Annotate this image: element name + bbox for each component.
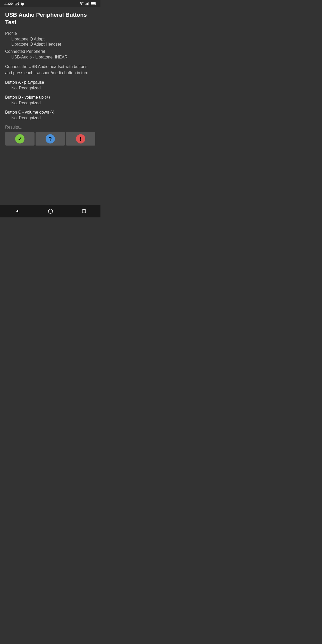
recents-icon — [82, 209, 86, 213]
back-icon — [14, 209, 19, 214]
pass-checkmark: ✓ — [18, 136, 22, 142]
page-title: USB Audio Peripheral Buttons Test — [5, 11, 95, 26]
nav-bar — [0, 205, 100, 217]
info-button[interactable]: ? — [36, 132, 65, 146]
button-a-status: Not Recognized — [11, 86, 95, 90]
profile-section: Profile Libratone Q Adapt Libratone Q Ad… — [5, 31, 95, 47]
back-button[interactable] — [14, 209, 19, 214]
action-buttons-row: ✓ ? ! — [5, 132, 95, 146]
info-icon: ? — [46, 134, 55, 143]
image-icon — [15, 2, 19, 5]
connected-peripheral-value: USB-Audio - Libratone_INEAR — [11, 55, 95, 60]
svg-marker-9 — [16, 210, 18, 213]
button-b-label: Button B - volume up (+) — [5, 95, 95, 100]
wifi-icon — [79, 2, 84, 5]
button-c-label: Button C - volume down (-) — [5, 110, 95, 115]
svg-point-10 — [48, 209, 53, 214]
fail-exclamation: ! — [80, 136, 82, 142]
profile-item-1: Libratone Q Adapt — [11, 37, 95, 41]
fail-button[interactable]: ! — [66, 132, 95, 146]
home-icon — [48, 209, 53, 214]
svg-rect-7 — [91, 3, 95, 4]
connected-peripheral-section: Connected Peripheral USB-Audio - Librato… — [5, 49, 95, 60]
svg-rect-3 — [87, 3, 87, 5]
connected-peripheral-label: Connected Peripheral — [5, 49, 95, 54]
svg-rect-5 — [88, 2, 89, 5]
svg-rect-2 — [86, 4, 86, 5]
profile-item-2: Libratone Q Adapt Headset — [11, 42, 95, 47]
button-b-section: Button B - volume up (+) Not Recognized — [5, 95, 95, 105]
home-button[interactable] — [48, 209, 53, 214]
instruction-text: Connect the USB Audio headset with butto… — [5, 64, 95, 76]
ip-label: ip — [21, 2, 24, 6]
svg-point-1 — [16, 3, 16, 4]
recents-button[interactable] — [82, 209, 86, 213]
results-label: Results... — [5, 125, 95, 130]
button-b-status: Not Recognized — [11, 101, 95, 105]
main-content: USB Audio Peripheral Buttons Test Profil… — [0, 7, 100, 205]
button-a-label: Button A - play/pause — [5, 80, 95, 85]
button-c-section: Button C - volume down (-) Not Recognize… — [5, 110, 95, 120]
time-display: 11:20 — [4, 2, 13, 6]
button-a-section: Button A - play/pause Not Recognized — [5, 80, 95, 90]
pass-icon: ✓ — [15, 134, 24, 143]
svg-rect-11 — [82, 210, 86, 213]
status-bar: 11:20 ip — [0, 0, 100, 7]
signal-icon — [86, 2, 89, 5]
button-c-status: Not Recognized — [11, 116, 95, 120]
svg-rect-8 — [96, 3, 96, 4]
status-left: 11:20 ip — [4, 2, 24, 6]
info-question: ? — [49, 136, 52, 142]
svg-rect-0 — [15, 2, 19, 5]
pass-button[interactable]: ✓ — [5, 132, 35, 146]
fail-icon: ! — [76, 134, 85, 143]
status-right — [79, 2, 96, 5]
battery-icon — [91, 2, 96, 5]
profile-label: Profile — [5, 31, 95, 36]
svg-rect-4 — [87, 3, 88, 5]
